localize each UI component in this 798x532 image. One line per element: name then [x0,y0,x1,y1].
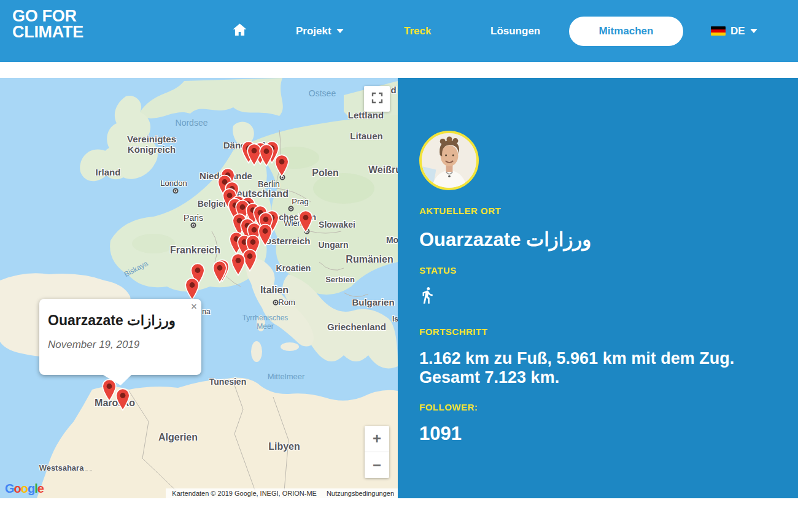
google-logo-letter: o [14,482,21,495]
map-pin-icon[interactable] [274,154,290,177]
nav-projekt-label: Projekt [296,25,331,37]
main-content: OstseeNordseeBiskayaTyrrhenisches MeerMi… [0,78,798,498]
german-flag-icon [711,26,726,36]
chevron-down-icon [336,29,344,33]
progress-value: 1.162 km zu Fuß, 5.961 km mit dem Zug. G… [419,349,775,387]
profile-avatar [419,131,479,190]
language-selector[interactable]: DE [711,0,757,62]
google-logo[interactable]: Google [5,482,44,496]
map-pin-icon[interactable] [184,277,200,301]
logo-line-2: CLIMATE [12,25,83,40]
city-dot-icon [191,223,196,228]
map-info-window: × Ouarzazate ورزازات November 19, 2019 [39,299,201,375]
current-location-value: Ouarzazate ورزازات [419,228,591,251]
map-pin-icon[interactable] [258,144,274,167]
trek-status-panel: AKTUELLER ORT Ouarzazate ورزازات STATUS … [398,78,798,498]
nav-mitmachen-button[interactable]: Mitmachen [569,17,683,46]
map-attribution: Kartendaten © 2019 Google, INEGI, ORION-… [166,488,398,498]
map-pin-icon[interactable] [212,260,228,283]
progress-label: FORTSCHRITT [419,326,487,337]
map-pin-icon[interactable] [230,253,246,276]
city-dot-icon [289,206,294,212]
info-window-date: November 19, 2019 [48,339,193,351]
nav-treck-label: Treck [404,25,431,37]
nav-mitmachen-label: Mitmachen [599,25,654,37]
walking-person-icon [418,280,436,312]
site-logo[interactable]: GO FOR CLIMATE [12,9,83,40]
close-icon[interactable]: × [191,301,197,312]
google-logo-letter: e [37,482,44,495]
google-logo-letter: o [21,482,28,495]
google-logo-letter: g [28,482,34,495]
logo-line-1: GO FOR [12,9,83,25]
current-location-label: AKTUELLER ORT [419,206,501,216]
info-window-title: Ouarzazate ورزازات [48,312,193,329]
terms-link[interactable]: Nutzungsbedingungen [327,490,394,497]
zoom-control: + − [365,426,389,478]
nav-projekt[interactable]: Projekt [296,0,344,62]
fullscreen-icon [371,92,383,106]
chevron-down-icon [750,29,757,33]
city-dot-icon [273,300,279,306]
site-header: GO FOR CLIMATE Projekt Treck Lösungen Mi… [0,0,798,62]
follower-label: FOLLOWER: [419,402,478,412]
status-label: STATUS [419,265,457,276]
nav-treck-active[interactable]: Treck [404,0,431,62]
nav-home[interactable] [232,0,247,62]
google-logo-letter: G [5,482,14,495]
map-pin-icon[interactable] [115,388,131,411]
nav-loesungen-label: Lösungen [490,25,540,37]
nav-loesungen[interactable]: Lösungen [490,0,540,62]
fullscreen-button[interactable] [364,86,390,112]
language-label: DE [730,25,745,37]
zoom-in-button[interactable]: + [365,426,389,452]
zoom-out-button[interactable]: − [365,452,389,478]
google-map[interactable]: OstseeNordseeBiskayaTyrrhenisches MeerMi… [0,78,398,498]
map-data-copyright: Kartendaten © 2019 Google, INEGI, ORION-… [172,490,317,497]
home-icon [232,22,247,40]
follower-count: 1091 [419,423,462,445]
city-dot-icon [173,188,179,194]
map-pin-icon[interactable] [298,210,314,233]
